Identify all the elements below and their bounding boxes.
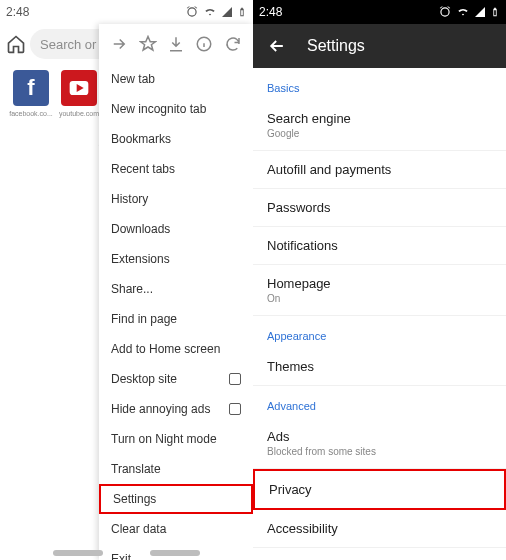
settings-header: Settings: [253, 24, 506, 68]
signal-icon: [474, 6, 486, 18]
settings-item[interactable]: Notifications: [253, 227, 506, 265]
page-title: Settings: [307, 37, 365, 55]
settings-item-label: Autofill and payments: [267, 162, 492, 177]
settings-item-sub: On: [267, 293, 492, 304]
menu-item-label: Downloads: [111, 222, 170, 236]
battery-icon: [490, 5, 500, 19]
status-bar: 2:48: [253, 0, 506, 24]
settings-item[interactable]: Themes: [253, 348, 506, 386]
menu-item-label: Hide annoying ads: [111, 402, 210, 416]
status-icons: [438, 5, 500, 19]
menu-item-label: Settings: [113, 492, 156, 506]
tile-youtube[interactable]: youtube.com: [58, 70, 100, 117]
menu-item[interactable]: Share...: [99, 274, 253, 304]
menu-item-label: Clear data: [111, 522, 166, 536]
home-icon[interactable]: [6, 34, 26, 54]
status-time: 2:48: [259, 5, 282, 19]
menu-item-label: Turn on Night mode: [111, 432, 217, 446]
facebook-icon: f: [13, 70, 49, 106]
menu-item[interactable]: Extensions: [99, 244, 253, 274]
settings-item-label: Themes: [267, 359, 492, 374]
android-navbar: [0, 550, 253, 556]
wifi-icon: [203, 5, 217, 19]
settings-item-label: Passwords: [267, 200, 492, 215]
menu-item-label: History: [111, 192, 148, 206]
menu-item[interactable]: Turn on Night mode: [99, 424, 253, 454]
settings-item[interactable]: Search engineGoogle: [253, 100, 506, 151]
settings-item-sub: Google: [267, 128, 492, 139]
menu-item-label: New incognito tab: [111, 102, 206, 116]
download-icon[interactable]: [167, 35, 185, 53]
menu-item-label: Bookmarks: [111, 132, 171, 146]
settings-item[interactable]: AdsBlocked from some sites: [253, 418, 506, 469]
reload-icon[interactable]: [224, 35, 242, 53]
status-icons: [185, 5, 247, 19]
menu-item-label: Desktop site: [111, 372, 177, 386]
forward-icon[interactable]: [110, 35, 128, 53]
menu-item[interactable]: Bookmarks: [99, 124, 253, 154]
nav-button[interactable]: [53, 550, 103, 556]
menu-item-label: New tab: [111, 72, 155, 86]
settings-item[interactable]: Privacy: [253, 469, 506, 510]
signal-icon: [221, 6, 233, 18]
section-header: Appearance: [253, 316, 506, 348]
settings-item-label: Accessibility: [267, 521, 492, 536]
youtube-icon: [61, 70, 97, 106]
checkbox-icon[interactable]: [229, 373, 241, 385]
menu-item[interactable]: History: [99, 184, 253, 214]
menu-item[interactable]: Clear data: [99, 514, 253, 544]
menu-item-label: Find in page: [111, 312, 177, 326]
settings-item-sub: Blocked from some sites: [267, 446, 492, 457]
section-header: Basics: [253, 68, 506, 100]
settings-item[interactable]: Downloads: [253, 548, 506, 560]
alarm-icon: [438, 5, 452, 19]
settings-item[interactable]: Passwords: [253, 189, 506, 227]
section-header: Advanced: [253, 386, 506, 418]
settings-item[interactable]: HomepageOn: [253, 265, 506, 316]
menu-item[interactable]: New incognito tab: [99, 94, 253, 124]
menu-item[interactable]: Recent tabs: [99, 154, 253, 184]
info-icon[interactable]: [195, 35, 213, 53]
menu-item[interactable]: Find in page: [99, 304, 253, 334]
nav-button[interactable]: [150, 550, 200, 556]
menu-item[interactable]: Add to Home screen: [99, 334, 253, 364]
settings-item[interactable]: Accessibility: [253, 510, 506, 548]
menu-item-label: Extensions: [111, 252, 170, 266]
menu-item-label: Add to Home screen: [111, 342, 220, 356]
menu-item-label: Translate: [111, 462, 161, 476]
menu-icon-row: [99, 24, 253, 64]
menu-item[interactable]: Translate: [99, 454, 253, 484]
tile-facebook[interactable]: f facebook.co...: [10, 70, 52, 117]
status-time: 2:48: [6, 5, 29, 19]
checkbox-icon[interactable]: [229, 403, 241, 415]
settings-item-label: Notifications: [267, 238, 492, 253]
left-phone: 2:48 Search or type w f facebook.co... y…: [0, 0, 253, 560]
alarm-icon: [185, 5, 199, 19]
menu-item[interactable]: Downloads: [99, 214, 253, 244]
overflow-menu: New tabNew incognito tabBookmarksRecent …: [99, 24, 253, 560]
menu-item[interactable]: New tab: [99, 64, 253, 94]
menu-item[interactable]: Hide annoying ads: [99, 394, 253, 424]
settings-item[interactable]: Autofill and payments: [253, 151, 506, 189]
right-phone: 2:48 Settings BasicsSearch engineGoogleA…: [253, 0, 506, 560]
tile-caption: youtube.com: [59, 110, 99, 117]
menu-item-label: Share...: [111, 282, 153, 296]
battery-icon: [237, 5, 247, 19]
settings-item-label: Ads: [267, 429, 492, 444]
back-icon[interactable]: [267, 36, 287, 56]
menu-item[interactable]: Desktop site: [99, 364, 253, 394]
menu-item[interactable]: Settings: [99, 484, 253, 514]
star-icon[interactable]: [139, 35, 157, 53]
menu-items-list: New tabNew incognito tabBookmarksRecent …: [99, 64, 253, 560]
status-bar: 2:48: [0, 0, 253, 24]
wifi-icon: [456, 5, 470, 19]
settings-item-label: Homepage: [267, 276, 492, 291]
settings-list: BasicsSearch engineGoogleAutofill and pa…: [253, 68, 506, 560]
settings-item-label: Privacy: [269, 482, 490, 497]
settings-item-label: Search engine: [267, 111, 492, 126]
menu-item-label: Recent tabs: [111, 162, 175, 176]
tile-caption: facebook.co...: [9, 110, 53, 117]
